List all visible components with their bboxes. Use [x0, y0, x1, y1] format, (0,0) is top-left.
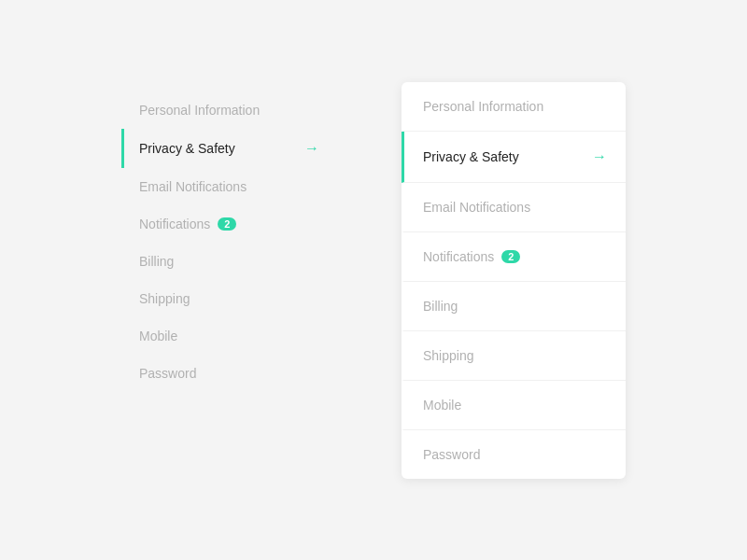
left-nav-panel: Personal InformationPrivacy & Safety→Ema… — [121, 82, 327, 392]
left-nav-item-mobile[interactable]: Mobile — [121, 317, 327, 355]
arrow-icon: → — [304, 140, 319, 157]
right-nav-item-privacy-safety[interactable]: Privacy & Safety→ — [402, 132, 626, 183]
left-nav-item-email-notifications[interactable]: Email Notifications — [121, 168, 327, 205]
nav-item-label: Email Notifications — [423, 200, 530, 215]
nav-item-label: Email Notifications — [139, 179, 247, 194]
left-nav-item-notifications[interactable]: Notifications2 — [121, 205, 327, 243]
left-nav-item-shipping[interactable]: Shipping — [121, 280, 327, 317]
nav-item-label: Password — [423, 447, 480, 462]
nav-item-label: Billing — [139, 254, 174, 269]
right-nav-item-mobile[interactable]: Mobile — [402, 381, 626, 430]
nav-item-label: Notifications — [423, 249, 494, 264]
left-nav-item-billing[interactable]: Billing — [121, 243, 327, 280]
main-container: Personal InformationPrivacy & Safety→Ema… — [121, 82, 626, 479]
nav-item-label: Personal Information — [139, 103, 260, 118]
nav-item-label: Personal Information — [423, 99, 543, 114]
nav-item-label: Shipping — [139, 291, 190, 306]
right-nav-item-email-notifications[interactable]: Email Notifications — [402, 183, 626, 232]
left-nav-item-privacy-safety[interactable]: Privacy & Safety→ — [121, 129, 327, 168]
nav-item-label: Notifications — [139, 217, 210, 231]
left-nav-item-personal-information[interactable]: Personal Information — [121, 91, 327, 129]
right-nav-panel: Personal InformationPrivacy & Safety→Ema… — [402, 82, 626, 479]
nav-item-badge: 2 — [501, 250, 520, 263]
right-nav-item-password[interactable]: Password — [402, 430, 626, 479]
nav-item-badge: 2 — [218, 217, 236, 231]
left-nav-item-password[interactable]: Password — [121, 355, 327, 392]
nav-item-label: Privacy & Safety — [423, 149, 519, 164]
nav-item-label: Shipping — [423, 348, 474, 363]
nav-item-label: Billing — [423, 299, 458, 314]
nav-item-label: Password — [139, 366, 196, 381]
arrow-icon: → — [592, 148, 607, 165]
right-nav-item-personal-information[interactable]: Personal Information — [402, 82, 626, 132]
right-nav-item-shipping[interactable]: Shipping — [402, 331, 626, 381]
nav-item-label: Privacy & Safety — [139, 141, 235, 156]
nav-item-label: Mobile — [423, 398, 461, 413]
right-nav-item-notifications[interactable]: Notifications2 — [402, 232, 626, 282]
nav-item-label: Mobile — [139, 329, 177, 343]
right-nav-item-billing[interactable]: Billing — [402, 282, 626, 331]
